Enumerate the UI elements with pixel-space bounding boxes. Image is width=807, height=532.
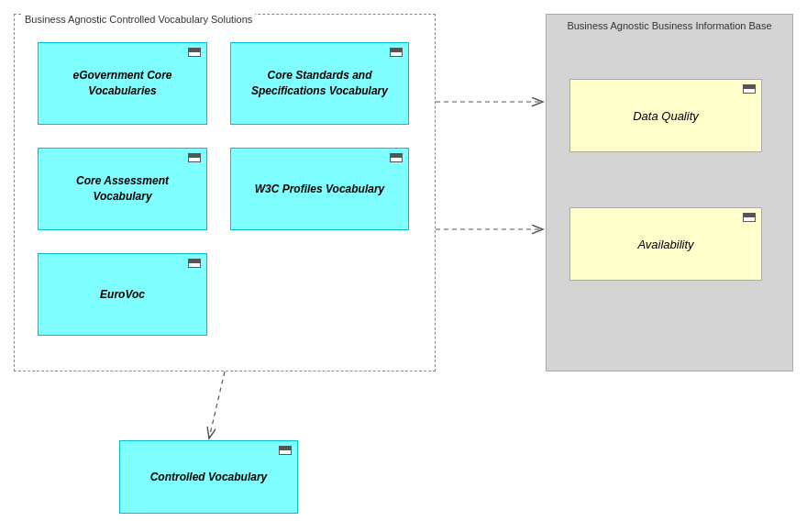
w3c-label: W3C Profiles Vocabulary — [248, 182, 392, 197]
corestandards-box[interactable]: Core Standards and Specifications Vocabu… — [230, 42, 409, 125]
controlled-icon — [279, 446, 292, 455]
coreassessment-icon — [188, 153, 201, 162]
left-container-label: Business Agnostic Controlled Vocabulary … — [22, 14, 255, 25]
eurovoc-label: EuroVoc — [93, 287, 152, 303]
right-container: Business Agnostic Business Information B… — [546, 14, 793, 371]
egovt-icon — [188, 48, 201, 57]
availability-icon — [743, 213, 756, 222]
availability-box[interactable]: Availability — [569, 207, 762, 281]
right-container-label: Business Agnostic Business Information B… — [547, 20, 792, 31]
coreassessment-label: Core Assessment Vocabulary — [39, 173, 206, 205]
dataquality-box[interactable]: Data Quality — [569, 79, 762, 152]
arrow-controlled — [209, 371, 225, 438]
w3c-icon — [390, 153, 403, 162]
corestandards-label: Core Standards and Specifications Vocabu… — [231, 68, 408, 99]
diagram-container: Business Agnostic Controlled Vocabulary … — [0, 0, 807, 532]
eurovoc-box[interactable]: EuroVoc — [38, 253, 207, 336]
egovt-label: eGovernment Core Vocabularies — [39, 68, 206, 99]
controlled-box[interactable]: Controlled Vocabulary — [119, 440, 298, 514]
corestandards-icon — [390, 48, 403, 57]
left-container: Business Agnostic Controlled Vocabulary … — [14, 14, 436, 371]
coreassessment-box[interactable]: Core Assessment Vocabulary — [38, 148, 207, 230]
eurovoc-icon — [188, 259, 201, 268]
availability-label: Availability — [630, 238, 701, 251]
controlled-label: Controlled Vocabulary — [143, 470, 275, 485]
w3c-box[interactable]: W3C Profiles Vocabulary — [230, 148, 409, 230]
egovt-box[interactable]: eGovernment Core Vocabularies — [38, 42, 207, 125]
dataquality-icon — [743, 84, 756, 94]
dataquality-label: Data Quality — [625, 109, 706, 123]
